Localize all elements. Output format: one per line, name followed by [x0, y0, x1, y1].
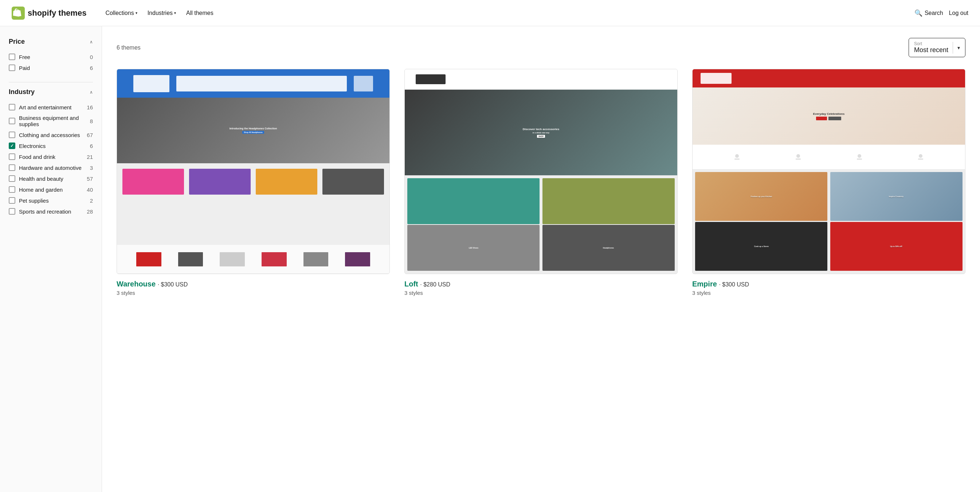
svg-text:S: S [16, 10, 20, 17]
home-label: Home and garden [19, 186, 83, 193]
loft-cell-4: Headphones [542, 225, 675, 271]
warehouse-name-link[interactable]: Warehouse [116, 280, 158, 288]
warehouse-hero-text: Introducing the Headphones CollectionSho… [202, 127, 304, 134]
industry-filter-title: Industry [9, 88, 35, 96]
art-checkbox[interactable] [9, 104, 15, 110]
warehouse-preview: Introducing the Headphones CollectionSho… [116, 69, 390, 274]
empire-info: Empire · $300 USD 3 styles [692, 280, 966, 296]
filter-electronics[interactable]: Electronics 6 [9, 140, 93, 151]
clothing-checkbox[interactable] [9, 132, 15, 138]
filter-art[interactable]: Art and entertainment 16 [9, 102, 93, 113]
empire-section-4-label: Up to 50% off! [890, 245, 902, 247]
filter-home[interactable]: Home and garden 40 [9, 184, 93, 195]
filter-pet[interactable]: Pet supplies 2 [9, 195, 93, 206]
brand-5 [304, 252, 329, 266]
business-checkbox[interactable] [9, 118, 15, 124]
sort-value: Most recent [914, 46, 948, 54]
loft-info: Loft · $280 USD 3 styles [404, 280, 678, 296]
clothing-count: 67 [87, 132, 93, 138]
brand-3 [220, 252, 245, 266]
empire-icon-1-label [735, 159, 740, 160]
empire-icon-4 [918, 154, 923, 160]
warehouse-price: · $300 USD [158, 281, 188, 288]
empire-hero: Everyday Celebrations [692, 88, 965, 145]
health-checkbox[interactable] [9, 175, 15, 182]
empire-section-1-label: Freshen up your Kitchen [751, 195, 772, 197]
filter-food[interactable]: Food and drink 21 [9, 151, 93, 162]
empire-section-1: Freshen up your Kitchen [695, 172, 827, 221]
filter-free[interactable]: Free 0 [9, 51, 93, 62]
paid-checkbox[interactable] [9, 65, 15, 71]
empire-preview: Everyday Celebrations [692, 69, 966, 274]
filter-health[interactable]: Health and beauty 57 [9, 173, 93, 184]
warehouse-preview-inner: Introducing the Headphones CollectionSho… [117, 69, 390, 274]
empire-icon-2-circle [796, 154, 800, 158]
search-icon: 🔍 [915, 9, 923, 17]
nav-all-themes[interactable]: All themes [182, 7, 218, 19]
filter-hardware[interactable]: Hardware and automotive 3 [9, 162, 93, 173]
warehouse-cart-icon [354, 76, 373, 91]
search-button[interactable]: 🔍 Search [915, 9, 943, 17]
hardware-label: Hardware and automotive [19, 165, 86, 171]
warehouse-search-icon [176, 76, 347, 91]
loft-hero-bg: Discover tech accessoriesin a whole new … [405, 90, 677, 175]
filter-paid[interactable]: Paid 6 [9, 62, 93, 73]
loft-preview-inner: Discover tech accessoriesin a whole new … [405, 69, 677, 274]
industry-chevron-icon[interactable]: ∧ [90, 90, 93, 95]
empire-name-link[interactable]: Empire [692, 280, 719, 288]
free-checkbox[interactable] [9, 54, 15, 60]
shopify-logo-icon: S [12, 6, 25, 20]
home-checkbox[interactable] [9, 186, 15, 193]
free-count: 0 [90, 54, 93, 60]
empire-icon-3 [857, 154, 862, 160]
theme-card-empire[interactable]: Everyday Celebrations [692, 69, 966, 296]
business-count: 8 [90, 118, 93, 124]
empire-section-2: Inspire Creativity [830, 172, 963, 221]
filter-clothing[interactable]: Clothing and accessories 67 [9, 129, 93, 140]
business-label: Business equipment and supplies [19, 115, 86, 127]
empire-logo-icon [701, 73, 731, 84]
logo[interactable]: S shopify themes [12, 6, 86, 20]
theme-card-warehouse[interactable]: Introducing the Headphones CollectionSho… [116, 69, 390, 296]
food-count: 21 [87, 154, 93, 160]
logo-text: shopify themes [28, 8, 86, 18]
empire-price: · $300 USD [719, 281, 749, 288]
logout-button[interactable]: Log out [949, 10, 968, 16]
sort-control[interactable]: Sort Most recent ▾ [908, 38, 966, 57]
industry-filter-section: Industry ∧ Art and entertainment 16 Busi… [9, 88, 93, 217]
art-label: Art and entertainment [19, 104, 83, 110]
electronics-label: Electronics [19, 143, 86, 149]
home-count: 40 [87, 186, 93, 193]
sports-checkbox[interactable] [9, 208, 15, 215]
electronics-count: 6 [90, 143, 93, 149]
theme-card-loft[interactable]: Discover tech accessoriesin a whole new … [404, 69, 678, 296]
loft-name-link[interactable]: Loft [404, 280, 420, 288]
price-filter-title: Price [9, 38, 25, 46]
industries-chevron-icon: ▾ [174, 11, 176, 15]
warehouse-brands [117, 245, 390, 273]
themes-count: 6 themes [116, 45, 141, 51]
empire-preview-inner: Everyday Celebrations [692, 69, 965, 274]
nav-industries[interactable]: Industries ▾ [143, 7, 180, 19]
loft-price: · $280 USD [420, 281, 450, 288]
empire-icon-1 [735, 154, 740, 160]
electronics-checkbox[interactable] [9, 142, 15, 149]
nav-collections[interactable]: Collections ▾ [101, 7, 142, 19]
health-count: 57 [87, 176, 93, 182]
warehouse-hero: Introducing the Headphones CollectionSho… [117, 98, 390, 163]
loft-styles: 3 styles [404, 290, 678, 296]
nav-links: Collections ▾ Industries ▾ All themes [101, 7, 915, 19]
price-chevron-icon[interactable]: ∧ [90, 39, 93, 45]
themes-grid: Introducing the Headphones CollectionSho… [116, 69, 966, 296]
hardware-checkbox[interactable] [9, 164, 15, 171]
empire-icons-row [692, 145, 965, 169]
filter-sports[interactable]: Sports and recreation 28 [9, 206, 93, 217]
pet-checkbox[interactable] [9, 197, 15, 204]
hardware-count: 3 [90, 165, 93, 171]
cat-3 [256, 169, 317, 194]
empire-icon-4-label [918, 159, 923, 160]
filter-business[interactable]: Business equipment and supplies 8 [9, 113, 93, 129]
paid-label: Paid [19, 65, 86, 71]
clothing-label: Clothing and accessories [19, 132, 83, 138]
food-checkbox[interactable] [9, 153, 15, 160]
